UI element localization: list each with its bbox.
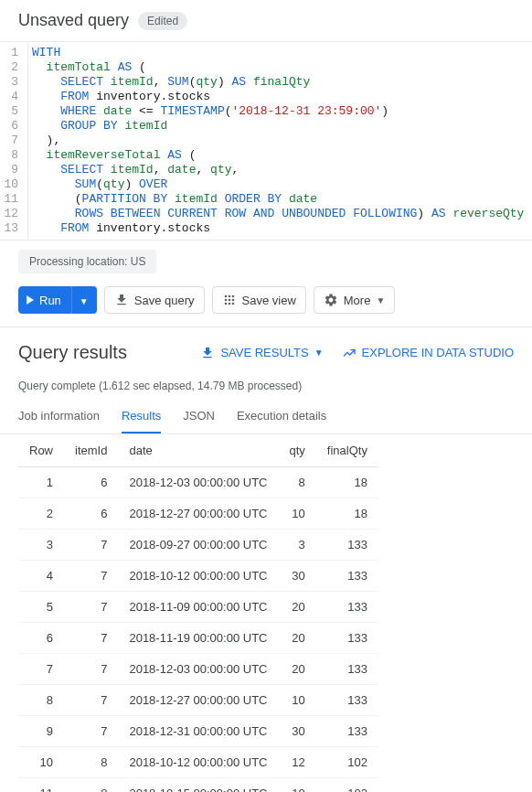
tab-execution-details[interactable]: Execution details: [237, 400, 326, 433]
svg-point-2: [231, 295, 234, 298]
play-icon: [27, 295, 34, 305]
tab-job-information[interactable]: Job information: [18, 400, 100, 433]
table-row: 1082018-10-12 00:00:00 UTC12102: [18, 747, 378, 778]
svg-point-1: [228, 295, 230, 298]
more-label: More: [344, 294, 371, 307]
line-numbers: 12345678910111213: [0, 42, 27, 240]
chart-icon: [342, 346, 356, 360]
sql-editor[interactable]: 12345678910111213 WITH itemTotal AS ( SE…: [0, 42, 532, 241]
svg-point-4: [228, 299, 230, 302]
query-status: Query complete (1.612 sec elapsed, 14.79…: [0, 372, 532, 400]
results-tabs: Job informationResultsJSONExecution deta…: [0, 400, 532, 434]
save-results-label: SAVE RESULTS: [220, 346, 308, 359]
col-finalqty: finalQty: [316, 434, 378, 467]
tab-json[interactable]: JSON: [183, 400, 215, 433]
edited-badge: Edited: [138, 12, 187, 30]
save-query-button[interactable]: Save query: [104, 286, 205, 314]
table-row: 872018-12-27 00:00:00 UTC10133: [18, 685, 378, 716]
download-icon: [200, 346, 215, 360]
table-row: 1182018-10-15 00:00:00 UTC10102: [18, 778, 378, 793]
table-row: 372018-09-27 00:00:00 UTC3133: [18, 530, 378, 561]
svg-point-0: [224, 295, 227, 298]
query-title: Unsaved query: [18, 11, 129, 30]
chevron-down-icon: ▼: [314, 348, 324, 358]
svg-point-3: [224, 299, 227, 302]
save-view-button[interactable]: Save view: [212, 286, 306, 314]
table-row: 162018-12-03 00:00:00 UTC818: [18, 467, 378, 498]
table-row: 262018-12-27 00:00:00 UTC1018: [18, 498, 378, 530]
svg-point-6: [224, 303, 227, 305]
svg-point-7: [228, 303, 230, 305]
action-bar: Run ▼ Save query Save view More ▼: [0, 283, 532, 327]
table-row: 972018-12-31 00:00:00 UTC30133: [18, 716, 378, 747]
col-qty: qty: [278, 434, 315, 467]
save-query-label: Save query: [134, 294, 195, 307]
col-row: Row: [18, 434, 64, 467]
explore-button[interactable]: EXPLORE IN DATA STUDIO: [342, 346, 514, 360]
table-row: 672018-11-19 00:00:00 UTC20133: [18, 623, 378, 654]
results-title: Query results: [18, 342, 182, 363]
results-header: Query results SAVE RESULTS ▼ EXPLORE IN …: [0, 327, 532, 372]
run-dropdown[interactable]: ▼: [71, 286, 97, 314]
query-header: Unsaved query Edited: [0, 0, 532, 42]
processing-row: Processing location: US: [0, 241, 532, 283]
run-button[interactable]: Run: [18, 286, 71, 314]
grid-icon: [222, 293, 237, 307]
processing-location-chip: Processing location: US: [18, 250, 156, 273]
save-results-button[interactable]: SAVE RESULTS ▼: [200, 346, 323, 360]
results-table: RowitemIddateqtyfinalQty 162018-12-03 00…: [18, 434, 378, 792]
col-itemid: itemId: [64, 434, 118, 467]
run-label: Run: [39, 294, 61, 307]
table-row: 572018-11-09 00:00:00 UTC20133: [18, 592, 378, 623]
svg-point-5: [231, 299, 234, 302]
col-date: date: [118, 434, 278, 467]
table-row: 772018-12-03 00:00:00 UTC20133: [18, 654, 378, 685]
explore-label: EXPLORE IN DATA STUDIO: [362, 346, 514, 359]
save-view-label: Save view: [242, 294, 296, 307]
table-body: 162018-12-03 00:00:00 UTC818262018-12-27…: [18, 467, 378, 793]
svg-point-8: [231, 303, 234, 305]
table-row: 472018-10-12 00:00:00 UTC30133: [18, 561, 378, 592]
chevron-down-icon: ▼: [376, 295, 385, 305]
more-button[interactable]: More ▼: [314, 286, 396, 314]
download-icon: [114, 293, 129, 307]
gear-icon: [324, 293, 338, 307]
table-header-row: RowitemIddateqtyfinalQty: [18, 434, 378, 467]
code-area[interactable]: WITH itemTotal AS ( SELECT itemId, SUM(q…: [27, 42, 532, 240]
tab-results[interactable]: Results: [122, 400, 161, 433]
